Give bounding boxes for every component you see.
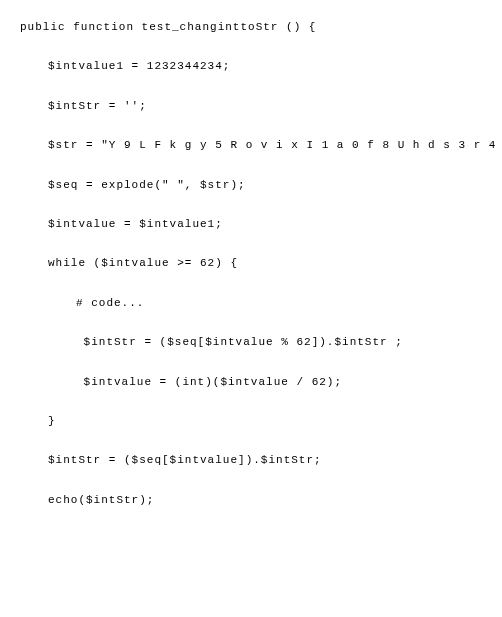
code-line: }: [20, 414, 482, 429]
code-block: public function test_changinttoStr () { …: [20, 20, 482, 508]
code-line: # code...: [20, 296, 482, 311]
code-line: $intvalue1 = 1232344234;: [20, 59, 482, 74]
code-line: while ($intvalue >= 62) {: [20, 256, 482, 271]
code-line: public function test_changinttoStr () {: [20, 20, 482, 35]
code-line: echo($intStr);: [20, 493, 482, 508]
code-line: $intStr = ($seq[$intvalue % 62]).$intStr…: [20, 335, 482, 350]
code-line: $seq = explode(" ", $str);: [20, 178, 482, 193]
code-line: $intStr = '';: [20, 99, 482, 114]
code-line: $intStr = ($seq[$intvalue]).$intStr;: [20, 453, 482, 468]
code-line: $intvalue = $intvalue1;: [20, 217, 482, 232]
code-line: $intvalue = (int)($intvalue / 62);: [20, 375, 482, 390]
code-line: $str = "Y 9 L F k g y 5 R o v i x I 1 a …: [20, 138, 482, 153]
